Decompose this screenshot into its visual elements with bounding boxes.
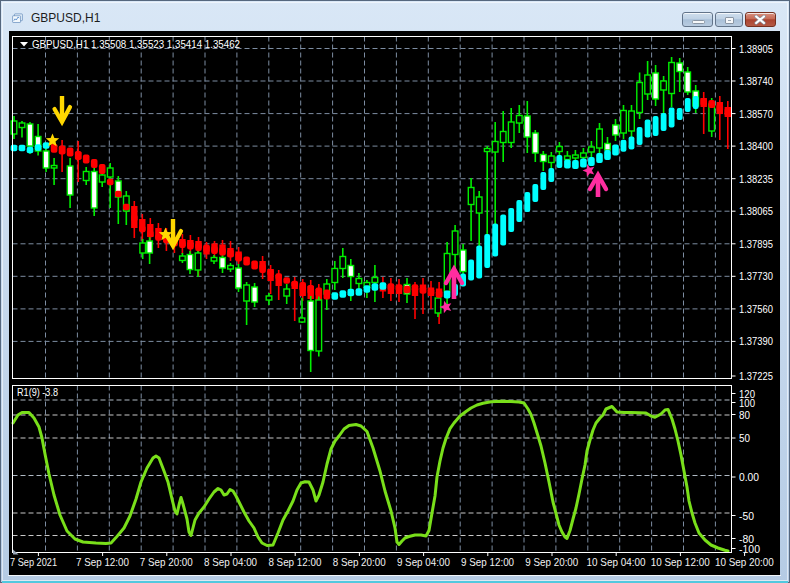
svg-text:1.37730: 1.37730 — [739, 270, 773, 282]
svg-text:100: 100 — [739, 397, 755, 409]
svg-text:1.38235: 1.38235 — [739, 173, 773, 185]
svg-text:10 Sep 04:00: 10 Sep 04:00 — [587, 556, 646, 568]
svg-text:8 Sep 04:00: 8 Sep 04:00 — [204, 556, 257, 568]
svg-text:1.37225: 1.37225 — [739, 370, 773, 382]
svg-text:R1(9) -3.8: R1(9) -3.8 — [17, 386, 58, 398]
svg-text:9 Sep 04:00: 9 Sep 04:00 — [397, 556, 450, 568]
svg-text:1.38400: 1.38400 — [739, 140, 773, 152]
svg-text:1.38065: 1.38065 — [739, 205, 773, 217]
svg-text:7 Sep 20:00: 7 Sep 20:00 — [140, 556, 193, 568]
svg-text:1.38740: 1.38740 — [739, 75, 773, 87]
svg-text:1.38570: 1.38570 — [739, 108, 773, 120]
svg-text:9 Sep 20:00: 9 Sep 20:00 — [525, 556, 578, 568]
svg-text:1.37390: 1.37390 — [739, 335, 773, 347]
svg-text:1.37560: 1.37560 — [739, 303, 773, 315]
svg-text:8 Sep 20:00: 8 Sep 20:00 — [333, 556, 386, 568]
svg-text:9 Sep 12:00: 9 Sep 12:00 — [461, 556, 514, 568]
svg-text:GBPUSD,H1 1.35508 1.35523 1.3: GBPUSD,H1 1.35508 1.35523 1.35414 1.3546… — [32, 38, 240, 50]
svg-text:50: 50 — [739, 432, 750, 444]
svg-text:0.00: 0.00 — [739, 471, 759, 483]
svg-text:1.37895: 1.37895 — [739, 238, 773, 250]
svg-text:80: 80 — [739, 409, 750, 421]
svg-text:8 Sep 12:00: 8 Sep 12:00 — [268, 556, 321, 568]
svg-text:7 Sep 2021: 7 Sep 2021 — [10, 556, 57, 568]
svg-text:1.38905: 1.38905 — [739, 43, 773, 55]
svg-text:7 Sep 12:00: 7 Sep 12:00 — [76, 556, 129, 568]
svg-text:-50: -50 — [739, 510, 754, 522]
svg-text:10 Sep 20:00: 10 Sep 20:00 — [715, 556, 774, 568]
svg-text:-100: -100 — [739, 543, 760, 555]
svg-text:10 Sep 12:00: 10 Sep 12:00 — [651, 556, 710, 568]
